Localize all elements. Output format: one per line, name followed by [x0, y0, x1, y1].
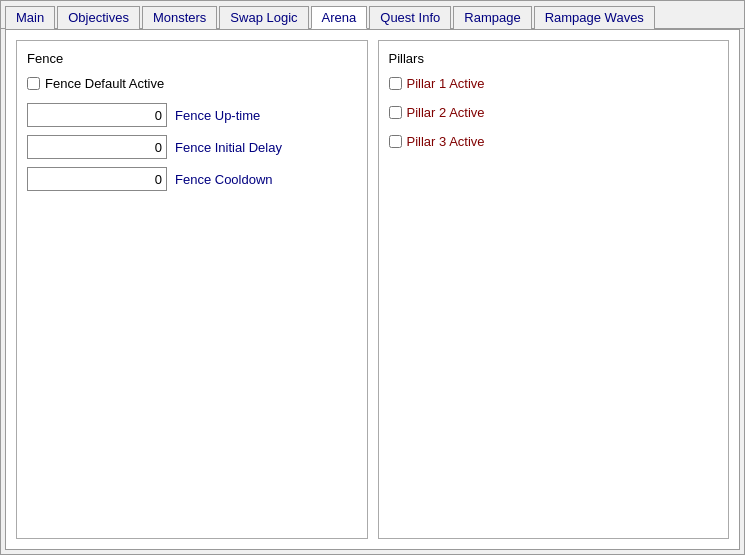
fence-initial-delay-label: Fence Initial Delay	[175, 140, 282, 155]
pillar-row-pillar-2: Pillar 2 Active	[389, 105, 719, 120]
tab-main[interactable]: Main	[5, 6, 55, 29]
pillar-3-label[interactable]: Pillar 3 Active	[407, 134, 485, 149]
fence-panel: Fence Fence Default Active Fence Up-time…	[16, 40, 368, 539]
fence-default-active-row: Fence Default Active	[27, 76, 357, 91]
fence-default-active-label[interactable]: Fence Default Active	[45, 76, 164, 91]
pillar-3-checkbox[interactable]	[389, 135, 402, 148]
pillar-row-pillar-3: Pillar 3 Active	[389, 134, 719, 149]
fence-field-row-fence-initial-delay: Fence Initial Delay	[27, 135, 357, 159]
pillar-2-checkbox[interactable]	[389, 106, 402, 119]
pillars-panel: Pillars Pillar 1 ActivePillar 2 ActivePi…	[378, 40, 730, 539]
pillar-1-checkbox[interactable]	[389, 77, 402, 90]
fence-default-active-checkbox[interactable]	[27, 77, 40, 90]
pillar-2-label[interactable]: Pillar 2 Active	[407, 105, 485, 120]
tab-quest-info[interactable]: Quest Info	[369, 6, 451, 29]
fence-fields: Fence Up-timeFence Initial DelayFence Co…	[27, 103, 357, 191]
tab-content: Fence Fence Default Active Fence Up-time…	[5, 29, 740, 550]
tab-swap-logic[interactable]: Swap Logic	[219, 6, 308, 29]
tab-monsters[interactable]: Monsters	[142, 6, 217, 29]
fence-cooldown-label: Fence Cooldown	[175, 172, 273, 187]
pillar-rows: Pillar 1 ActivePillar 2 ActivePillar 3 A…	[389, 76, 719, 149]
pillar-1-label[interactable]: Pillar 1 Active	[407, 76, 485, 91]
fence-field-row-fence-uptime: Fence Up-time	[27, 103, 357, 127]
main-window: MainObjectivesMonstersSwap LogicArenaQue…	[0, 0, 745, 555]
tab-rampage-waves[interactable]: Rampage Waves	[534, 6, 655, 29]
pillars-panel-title: Pillars	[389, 51, 719, 66]
pillar-row-pillar-1: Pillar 1 Active	[389, 76, 719, 91]
tab-bar: MainObjectivesMonstersSwap LogicArenaQue…	[1, 1, 744, 29]
fence-field-row-fence-cooldown: Fence Cooldown	[27, 167, 357, 191]
fence-uptime-label: Fence Up-time	[175, 108, 260, 123]
fence-panel-title: Fence	[27, 51, 357, 66]
tab-rampage[interactable]: Rampage	[453, 6, 531, 29]
fence-initial-delay-input[interactable]	[27, 135, 167, 159]
tab-arena[interactable]: Arena	[311, 6, 368, 29]
tab-objectives[interactable]: Objectives	[57, 6, 140, 29]
fence-uptime-input[interactable]	[27, 103, 167, 127]
fence-cooldown-input[interactable]	[27, 167, 167, 191]
